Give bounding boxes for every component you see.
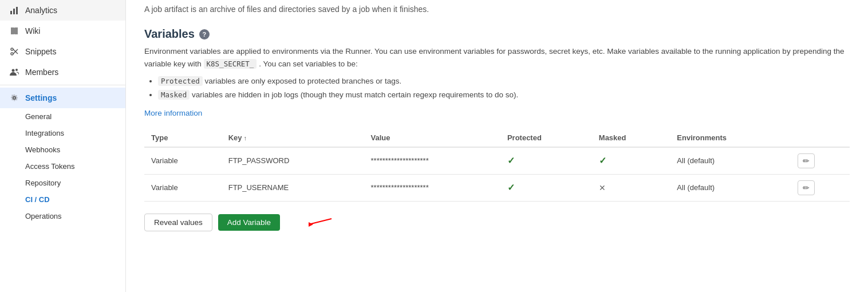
sidebar-item-members[interactable]: Members bbox=[0, 62, 125, 82]
masked-check-icon: ✓ bbox=[599, 156, 606, 165]
bullet-protected: Protected variables are only exposed to … bbox=[158, 76, 850, 87]
svg-point-3 bbox=[11, 48, 13, 50]
svg-line-9 bbox=[309, 219, 332, 224]
more-info-link[interactable]: More information bbox=[144, 109, 202, 117]
protected-check-icon: ✓ bbox=[507, 183, 515, 192]
cell-value: ******************** bbox=[364, 174, 500, 201]
cell-key: FTP_USERNAME bbox=[222, 174, 364, 201]
artifact-description: A job artifact is an archive of files an… bbox=[144, 5, 850, 14]
action-bar: Reveal values Add Variable bbox=[144, 213, 850, 232]
cell-type: Variable bbox=[144, 174, 222, 201]
col-protected: Protected bbox=[500, 129, 592, 147]
col-environments: Environments bbox=[670, 129, 791, 147]
cell-value: ******************** bbox=[364, 147, 500, 175]
table-row: VariableFTP_PASSWORD********************… bbox=[144, 147, 850, 175]
add-variable-button[interactable]: Add Variable bbox=[218, 214, 280, 231]
sidebar-sub-repository[interactable]: Repository bbox=[0, 175, 125, 191]
masked-cross-icon: ✕ bbox=[599, 183, 606, 192]
cell-key: FTP_PASSWORD bbox=[222, 147, 364, 175]
svg-rect-0 bbox=[10, 11, 12, 14]
svg-point-4 bbox=[11, 53, 13, 55]
sidebar-sub-integrations[interactable]: Integrations bbox=[0, 125, 125, 141]
people-icon bbox=[9, 67, 19, 77]
cell-environments: All (default) bbox=[670, 147, 791, 175]
table-row: VariableFTP_USERNAME********************… bbox=[144, 174, 850, 201]
sidebar-sub-cicd[interactable]: CI / CD bbox=[0, 191, 125, 208]
edit-variable-button[interactable]: ✏ bbox=[798, 180, 815, 195]
cell-protected: ✓ bbox=[500, 147, 592, 175]
cell-masked: ✓ bbox=[592, 147, 670, 175]
svg-marker-10 bbox=[309, 222, 313, 227]
arrow-annotation bbox=[303, 213, 337, 232]
book-icon bbox=[9, 26, 19, 36]
sidebar-sub-access-tokens[interactable]: Access Tokens bbox=[0, 158, 125, 175]
sidebar: Analytics Wiki Snippets Members Settings… bbox=[0, 0, 126, 292]
cell-protected: ✓ bbox=[500, 174, 592, 201]
cell-masked: ✕ bbox=[592, 174, 670, 201]
chart-icon bbox=[9, 5, 19, 15]
svg-point-7 bbox=[12, 69, 15, 72]
svg-rect-2 bbox=[16, 7, 18, 14]
section-title: Variables ? bbox=[144, 27, 850, 41]
sidebar-sub-operations[interactable]: Operations bbox=[0, 208, 125, 224]
bullet-masked: Masked variables are hidden in job logs … bbox=[158, 89, 850, 101]
section-description: Environment variables are applied to env… bbox=[144, 45, 850, 70]
col-value: Value bbox=[364, 129, 500, 147]
edit-variable-button[interactable]: ✏ bbox=[798, 153, 815, 168]
main-content: A job artifact is an archive of files an… bbox=[126, 0, 868, 292]
cell-actions: ✏ bbox=[791, 174, 850, 201]
sidebar-item-analytics[interactable]: Analytics bbox=[0, 0, 125, 21]
sidebar-divider bbox=[0, 85, 125, 85]
variables-section: Variables ? Environment variables are ap… bbox=[144, 27, 850, 232]
col-masked: Masked bbox=[592, 129, 670, 147]
sidebar-item-snippets[interactable]: Snippets bbox=[0, 41, 125, 62]
svg-rect-1 bbox=[13, 9, 15, 14]
col-actions bbox=[791, 129, 850, 147]
sidebar-sub-webhooks[interactable]: Webhooks bbox=[0, 141, 125, 158]
variables-table: Type Key Value Protected Masked Environm… bbox=[144, 129, 850, 202]
cell-type: Variable bbox=[144, 147, 222, 175]
gear-icon bbox=[9, 93, 19, 103]
col-type: Type bbox=[144, 129, 222, 147]
sidebar-item-settings[interactable]: Settings bbox=[0, 88, 125, 108]
reveal-values-button[interactable]: Reveal values bbox=[144, 214, 212, 231]
protected-check-icon: ✓ bbox=[507, 156, 515, 165]
scissors-icon bbox=[9, 46, 19, 57]
variables-help-icon[interactable]: ? bbox=[199, 29, 210, 40]
col-key[interactable]: Key bbox=[222, 129, 364, 147]
cell-environments: All (default) bbox=[670, 174, 791, 201]
sidebar-item-wiki[interactable]: Wiki bbox=[0, 21, 125, 41]
svg-point-8 bbox=[15, 69, 18, 71]
sidebar-sub-general[interactable]: General bbox=[0, 108, 125, 125]
variables-bullet-list: Protected variables are only exposed to … bbox=[158, 76, 850, 101]
cell-actions: ✏ bbox=[791, 147, 850, 175]
